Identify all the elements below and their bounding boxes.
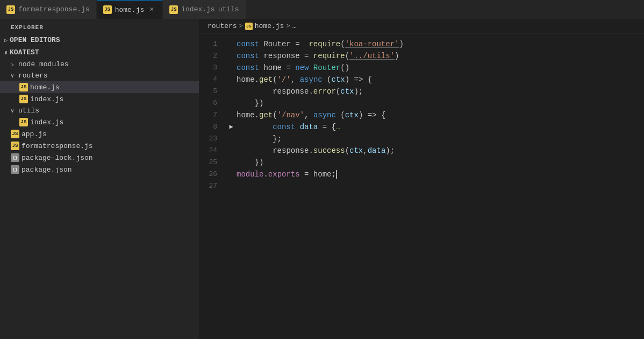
folder-arrow-node_modules: ▷ — [11, 61, 16, 68]
tab-home-icon: JS — [103, 5, 112, 14]
json-icon-package_json: {} — [11, 165, 19, 174]
file-label-home_js: home.js — [30, 83, 60, 91]
breadcrumb-js-icon: JS — [245, 23, 253, 30]
tree-item-package_lock[interactable]: {}package-lock.json — [0, 152, 199, 164]
line-content-7: home.get('/nav', async (ctx) => { — [237, 109, 644, 121]
tree-item-routers[interactable]: ∨routers — [0, 70, 199, 81]
code-line-26: 26module.exports = home; — [199, 168, 644, 180]
line-number-27: 27 — [199, 180, 226, 192]
line-number-25: 25 — [199, 157, 226, 168]
js-icon-home_js: JS — [19, 83, 28, 91]
js-icon-index_js_utils: JS — [19, 118, 28, 126]
file-tree: ▷node_modules∨routersJShome.jsJSindex.js… — [0, 59, 199, 175]
file-label-index_js_utils: index.js — [30, 118, 63, 126]
tab-index-icon: JS — [169, 5, 178, 14]
line-number-8: 8 — [199, 121, 226, 133]
tree-item-index_js_utils[interactable]: JSindex.js — [0, 116, 199, 128]
tree-item-package_json[interactable]: {}package.json — [0, 164, 199, 175]
line-content-26: module.exports = home; — [237, 168, 644, 180]
line-content-24: response.success(ctx,data); — [237, 145, 644, 157]
breadcrumb: routers > JS home.js > … — [199, 19, 644, 34]
code-line-23: 23 }; — [199, 133, 644, 145]
tree-item-node_modules[interactable]: ▷node_modules — [0, 59, 199, 70]
koatest-label: KOATEST — [10, 48, 39, 56]
koatest-arrow: ∨ — [4, 50, 8, 56]
folder-arrow-routers: ∨ — [11, 73, 16, 79]
code-line-6: 6 }) — [199, 97, 644, 109]
explorer-header: EXPLORER — [0, 19, 199, 34]
file-label-app_js: app.js — [22, 130, 47, 138]
code-line-8: 8▶ const data = {… — [199, 121, 644, 133]
line-content-1: const Router = require('koa-router') — [237, 38, 644, 50]
code-line-24: 24 response.success(ctx,data); — [199, 145, 644, 157]
line-content-8: const data = {… — [237, 121, 644, 133]
file-label-package_lock: package-lock.json — [22, 154, 93, 162]
line-number-1: 1 — [199, 38, 226, 50]
tree-item-home_js[interactable]: JShome.js — [0, 81, 199, 93]
js-icon-index_js_routers: JS — [19, 95, 28, 103]
breadcrumb-sep2: > — [286, 23, 290, 30]
tab-formatresponse-label: formatresponse.js — [18, 5, 90, 13]
tree-item-app_js[interactable]: JSapp.js — [0, 128, 199, 140]
line-number-23: 23 — [199, 133, 226, 145]
code-line-2: 2const response = require('../utils') — [199, 50, 644, 62]
line-number-7: 7 — [199, 109, 226, 121]
line-number-4: 4 — [199, 74, 226, 86]
line-content-25: }) — [237, 157, 644, 168]
folder-label-utils: utils — [18, 107, 39, 115]
tab-index-label: index.js — [181, 5, 214, 13]
line-number-26: 26 — [199, 168, 226, 180]
tab-formatresponse-icon: JS — [6, 5, 15, 14]
folder-label-node_modules: node_modules — [18, 60, 69, 68]
tab-index-sublabel: utils — [218, 5, 239, 13]
breadcrumb-ellipsis: … — [292, 22, 297, 30]
file-label-formatresponse_js: formatresponse.js — [22, 142, 93, 150]
line-content-4: home.get('/', async (ctx) => { — [237, 74, 644, 86]
main-layout: EXPLORER ▷ OPEN EDITORS ∨ KOATEST ▷node_… — [0, 19, 644, 339]
line-content-3: const home = new Router() — [237, 62, 644, 74]
tab-home-close[interactable]: × — [147, 5, 156, 14]
line-number-5: 5 — [199, 86, 226, 97]
editor: routers > JS home.js > … 1const Router =… — [199, 19, 644, 339]
open-editors-label: OPEN EDITORS — [10, 36, 60, 44]
code-line-7: 7home.get('/nav', async (ctx) => { — [199, 109, 644, 121]
open-editors-section[interactable]: ▷ OPEN EDITORS — [0, 34, 199, 46]
line-content-23: }; — [237, 133, 644, 145]
folder-arrow-utils: ∨ — [11, 108, 16, 114]
open-editors-arrow: ▷ — [4, 37, 8, 44]
koatest-section[interactable]: ∨ KOATEST — [0, 46, 199, 59]
line-content-6: }) — [237, 97, 644, 109]
tab-home-label: home.js — [115, 6, 145, 14]
sidebar: EXPLORER ▷ OPEN EDITORS ∨ KOATEST ▷node_… — [0, 19, 199, 339]
tree-item-utils[interactable]: ∨utils — [0, 105, 199, 116]
file-label-index_js_routers: index.js — [30, 95, 63, 103]
breadcrumb-sep1: > — [239, 23, 243, 30]
line-number-3: 3 — [199, 62, 226, 74]
code-editor[interactable]: 1const Router = require('koa-router')2co… — [199, 34, 644, 339]
file-label-package_json: package.json — [22, 166, 72, 174]
line-number-2: 2 — [199, 50, 226, 62]
tab-bar: JSformatresponse.jsJShome.js×JSindex.js … — [0, 0, 644, 19]
line-content-5: response.error(ctx); — [237, 86, 644, 97]
code-line-5: 5 response.error(ctx); — [199, 86, 644, 97]
breadcrumb-homejs: JS home.js — [245, 22, 284, 30]
json-icon-package_lock: {} — [11, 153, 19, 162]
tab-formatresponse[interactable]: JSformatresponse.js — [0, 0, 97, 19]
js-icon-app_js: JS — [11, 130, 19, 138]
js-icon-formatresponse_js: JS — [11, 142, 19, 150]
breadcrumb-routers: routers — [207, 22, 237, 30]
code-line-4: 4home.get('/', async (ctx) => { — [199, 74, 644, 86]
code-line-25: 25 }) — [199, 157, 644, 168]
line-indicator-8: ▶ — [226, 121, 237, 133]
tab-index[interactable]: JSindex.js utils — [163, 0, 246, 19]
tab-home[interactable]: JShome.js× — [97, 0, 163, 19]
line-content-2: const response = require('../utils') — [237, 50, 644, 62]
code-line-27: 27 — [199, 180, 644, 192]
folder-label-routers: routers — [18, 72, 48, 80]
line-number-6: 6 — [199, 97, 226, 109]
line-number-24: 24 — [199, 145, 226, 157]
tree-item-index_js_routers[interactable]: JSindex.js — [0, 93, 199, 105]
tree-item-formatresponse_js[interactable]: JSformatresponse.js — [0, 140, 199, 152]
code-line-1: 1const Router = require('koa-router') — [199, 38, 644, 50]
code-line-3: 3const home = new Router() — [199, 62, 644, 74]
